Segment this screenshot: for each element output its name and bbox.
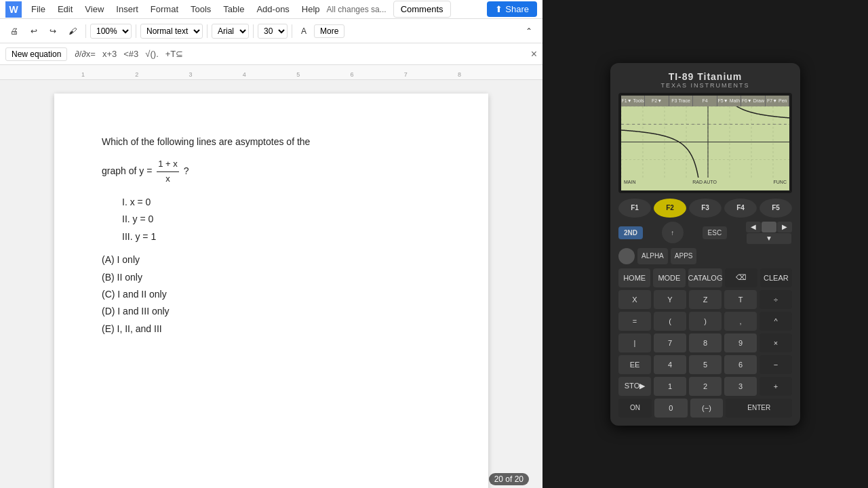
calc-3-key[interactable]: 3 <box>724 377 757 396</box>
calc-2-key[interactable]: 2 <box>689 377 722 396</box>
new-equation-button[interactable]: New equation <box>5 47 67 61</box>
calc-f1-key[interactable]: F1 <box>618 199 651 218</box>
eq-sym-1[interactable]: ∂/∂x= <box>73 49 98 59</box>
calc-nav-row-top: ◀ ▶ <box>746 222 792 232</box>
calc-9-key[interactable]: 9 <box>724 333 757 352</box>
calc-0-key[interactable]: 0 <box>654 399 688 418</box>
menu-edit[interactable]: Edit <box>52 3 78 16</box>
calc-f4-key[interactable]: F4 <box>724 199 757 218</box>
paint-format-button[interactable]: 🖌 <box>64 24 81 38</box>
document-page: Which of the following lines are asympto… <box>54 94 488 488</box>
calc-6-key[interactable]: 6 <box>724 355 757 374</box>
ruler: 1 2 3 4 5 6 7 8 <box>0 65 542 80</box>
calc-brand: TI-89 Titanium TEXAS INSTRUMENTS <box>618 71 792 89</box>
calc-ee-key[interactable]: EE <box>618 355 651 374</box>
calc-screen-f3[interactable]: F3 Trace <box>669 96 693 106</box>
roman-choices: I. x = 0 II. y = 0 III. y = 1 <box>122 195 441 244</box>
menu-insert[interactable]: Insert <box>111 3 144 16</box>
calc-screen-f4[interactable]: F4 ReGraph <box>693 96 717 106</box>
calc-equals-key[interactable]: = <box>618 312 651 331</box>
calc-up-key[interactable]: ↑ <box>662 222 684 243</box>
calc-f3-key[interactable]: F3 <box>689 199 722 218</box>
font-size-select[interactable]: 30 <box>258 24 288 39</box>
calc-2nd-key[interactable]: 2ND <box>618 226 643 239</box>
calc-right-key[interactable]: ▶ <box>777 222 792 232</box>
calc-comma-key[interactable]: , <box>724 312 757 331</box>
calc-enter-key[interactable]: ENTER <box>726 399 792 418</box>
calc-x-key[interactable]: X <box>618 290 651 309</box>
undo-button[interactable]: ↩ <box>26 24 42 38</box>
calc-8-key[interactable]: 8 <box>689 333 722 352</box>
calc-7-key[interactable]: 7 <box>654 333 686 352</box>
calc-screen-f7[interactable]: F7▼ Pen <box>766 96 789 106</box>
zoom-select[interactable]: 100% <box>90 24 132 39</box>
question-mark: ? <box>184 165 189 176</box>
calc-apps-key[interactable]: APPS <box>671 248 697 264</box>
share-button[interactable]: ⬆ Share <box>487 1 537 17</box>
menu-help[interactable]: Help <box>296 3 326 16</box>
collapse-toolbar-button[interactable]: ⌃ <box>521 24 537 38</box>
comments-button[interactable]: Comments <box>393 1 451 18</box>
calc-esc-key[interactable]: ESC <box>703 226 728 239</box>
menu-tools[interactable]: Tools <box>185 3 216 16</box>
calc-divide-key[interactable]: ÷ <box>760 290 792 309</box>
ruler-mark-1: 1 <box>81 71 85 78</box>
calculator: TI-89 Titanium TEXAS INSTRUMENTS F1▼ Too… <box>610 63 800 426</box>
calc-4-key[interactable]: 4 <box>654 355 686 374</box>
calc-mode-key[interactable]: MODE <box>653 268 685 287</box>
calc-screen-f2[interactable]: F2▼ Zoom <box>645 96 669 106</box>
menu-addons[interactable]: Add-ons <box>251 3 294 16</box>
calc-on-key[interactable]: ON <box>618 399 652 418</box>
calc-t-key[interactable]: T <box>724 290 757 309</box>
calc-screen-f5[interactable]: F5▼ Math <box>717 96 741 106</box>
calc-screen-f1[interactable]: F1▼ Tools <box>621 96 645 106</box>
calc-5-key[interactable]: 5 <box>689 355 722 374</box>
calc-multiply-key[interactable]: × <box>760 333 792 352</box>
calc-alpha-key[interactable]: ALPHA <box>637 248 668 264</box>
calc-clear-key[interactable]: CLEAR <box>760 268 792 287</box>
calc-catalog-key[interactable]: CATALOG <box>688 268 723 287</box>
more-button[interactable]: More <box>314 24 344 38</box>
calc-f2-key[interactable]: F2 <box>654 199 686 218</box>
calc-down-key[interactable]: ▼ <box>747 233 791 244</box>
roman-choice-2: II. y = 0 <box>122 211 441 226</box>
toolbar-divider-2 <box>136 24 136 38</box>
eq-sym-4[interactable]: √(). <box>143 49 160 59</box>
calc-sto-key[interactable]: STO▶ <box>618 377 651 396</box>
calc-pipe-key[interactable]: | <box>618 333 651 352</box>
calc-1-key[interactable]: 1 <box>654 377 686 396</box>
calc-power-key[interactable]: ^ <box>760 312 792 331</box>
calc-f5-key[interactable]: F5 <box>760 199 792 218</box>
calc-lparen-key[interactable]: ( <box>654 312 686 331</box>
eq-sym-5[interactable]: +T⊆ <box>163 49 186 59</box>
menu-file[interactable]: File <box>26 3 51 16</box>
redo-button[interactable]: ↪ <box>45 24 61 38</box>
page-count-badge: 20 of 20 <box>489 473 529 485</box>
print-button[interactable]: 🖨 <box>5 24 23 38</box>
font-select[interactable]: Arial <box>212 24 249 39</box>
ruler-mark-7: 7 <box>404 71 408 78</box>
calc-z-key[interactable]: Z <box>689 290 722 309</box>
calc-negate-key[interactable]: (−) <box>690 399 724 418</box>
calc-nav-row-bot: ▼ <box>747 233 791 244</box>
ruler-mark-8: 8 <box>458 71 461 78</box>
calc-left-key[interactable]: ◀ <box>746 222 761 232</box>
calc-diamond-key[interactable] <box>618 248 635 264</box>
calc-screen-f6[interactable]: F6▼ Draw <box>741 96 765 106</box>
menu-table[interactable]: Table <box>218 3 250 16</box>
eq-sym-2[interactable]: x+3 <box>100 49 119 59</box>
calc-row-1: HOME MODE CATALOG ⌫ CLEAR <box>618 268 792 287</box>
highlight-button[interactable]: A <box>296 24 311 38</box>
calc-subtract-key[interactable]: − <box>760 355 792 374</box>
eq-sym-3[interactable]: <#3 <box>121 49 140 59</box>
toolbar-divider-5 <box>292 24 292 38</box>
menu-format[interactable]: Format <box>145 3 184 16</box>
calc-add-key[interactable]: + <box>760 377 792 396</box>
style-select[interactable]: Normal text <box>140 24 203 39</box>
calc-rparen-key[interactable]: ) <box>689 312 722 331</box>
menu-view[interactable]: View <box>79 3 109 16</box>
calc-backspace-key[interactable]: ⌫ <box>725 268 757 287</box>
calc-y-key[interactable]: Y <box>654 290 686 309</box>
equation-bar-close[interactable]: × <box>531 48 537 60</box>
calc-home-key[interactable]: HOME <box>618 268 650 287</box>
